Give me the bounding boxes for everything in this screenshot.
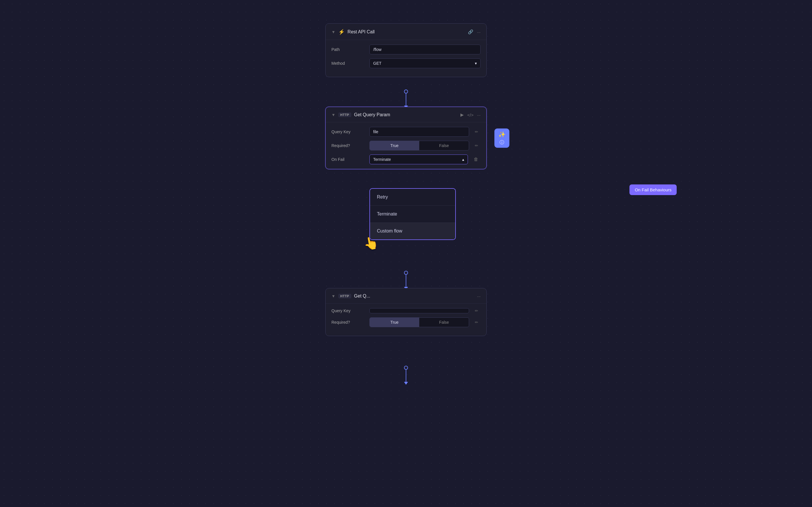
get-query-node: ✨ ⓘ ▼ HTTP Get Query Param ▶ </> ··· Que…: [325, 107, 487, 169]
dropdown-item-custom-flow[interactable]: Custom flow: [370, 223, 455, 239]
required-row: Required? True False ✏: [332, 141, 480, 151]
connector-line-2: [406, 275, 406, 287]
required-label: Required?: [332, 143, 366, 148]
connector-dot-2: [404, 271, 408, 275]
delete-icon[interactable]: 🗑: [471, 157, 480, 162]
dropdown-item-terminate[interactable]: Terminate: [370, 206, 455, 223]
required-false-btn-2[interactable]: False: [419, 318, 469, 327]
rest-api-node: ▼ ⚡ Rest API Call 🔗 ··· Path /flow Metho…: [325, 23, 487, 77]
more-icon-2[interactable]: ···: [477, 113, 480, 117]
get-query-node-2: ▼ HTTP Get Q... ··· Query Key ✏ Required…: [325, 288, 487, 336]
connector-line-3: [406, 370, 406, 382]
query-key-input[interactable]: file: [369, 127, 469, 137]
play-icon[interactable]: ▶: [460, 112, 464, 117]
collapse-btn-3[interactable]: ▼: [332, 294, 336, 298]
required-false-btn[interactable]: False: [419, 141, 469, 150]
connector-dot-1: [404, 90, 408, 94]
path-label: Path: [332, 47, 366, 52]
required-true-btn[interactable]: True: [370, 141, 419, 150]
side-panel[interactable]: ✨ ⓘ: [494, 128, 509, 148]
get-query-header: ▼ HTTP Get Query Param ▶ </> ···: [326, 107, 486, 122]
query-key-label: Query Key: [332, 129, 366, 134]
on-fail-dropdown-menu: Retry Terminate Custom flow: [369, 188, 456, 240]
query-key-edit-icon[interactable]: ✏: [472, 129, 480, 134]
method-row: Method GET ▾: [332, 58, 480, 68]
get-query-body-2: Query Key ✏ Required? True False ✏: [326, 303, 486, 336]
chevron-down-icon: ▾: [475, 61, 477, 66]
connector-2: [404, 271, 408, 290]
on-fail-behaviours-tooltip: On Fail Behaviours: [629, 184, 677, 195]
required-row-2: Required? True False ✏: [332, 318, 480, 327]
on-fail-label: On Fail: [332, 157, 366, 162]
query-key-edit-icon-2[interactable]: ✏: [472, 308, 480, 313]
lightning-icon: ⚡: [338, 29, 345, 35]
http-badge: HTTP: [338, 113, 351, 117]
get-query-actions: ▶ </> ···: [460, 112, 480, 117]
path-input[interactable]: /flow: [369, 45, 480, 54]
collapse-btn-2[interactable]: ▼: [332, 113, 336, 117]
chevron-up-icon: ▴: [462, 157, 464, 162]
collapse-btn[interactable]: ▼: [332, 30, 336, 34]
dropdown-item-retry[interactable]: Retry: [370, 189, 455, 206]
required-true-btn-2[interactable]: True: [370, 318, 419, 327]
rest-api-title: Rest API Call: [348, 30, 465, 35]
code-icon[interactable]: </>: [467, 113, 474, 117]
path-row: Path /flow: [332, 45, 480, 54]
rest-api-body: Path /flow Method GET ▾: [326, 40, 486, 77]
get-query-header-2: ▼ HTTP Get Q... ···: [326, 288, 486, 303]
connector-arrowhead-3: [404, 382, 408, 385]
required-toggle: True False: [369, 141, 469, 151]
method-dropdown[interactable]: GET ▾: [369, 58, 480, 68]
get-query-body: Query Key file ✏ Required? True False ✏ …: [326, 122, 486, 169]
connector-3: [404, 366, 408, 385]
required-toggle-2: True False: [369, 318, 469, 327]
query-key-input-2[interactable]: [369, 308, 469, 313]
query-key-label-2: Query Key: [332, 308, 366, 313]
on-fail-row: On Fail Terminate ▴ 🗑: [332, 155, 480, 164]
get-query-title: Get Query Param: [354, 112, 458, 117]
required-edit-icon[interactable]: ✏: [472, 143, 480, 148]
connector-1: [404, 90, 408, 109]
query-key-row: Query Key file ✏: [332, 127, 480, 137]
http-badge-2: HTTP: [338, 294, 351, 298]
more-icon[interactable]: ···: [477, 30, 480, 35]
get-query-title-2: Get Q...: [354, 293, 474, 299]
required-label-2: Required?: [332, 320, 366, 325]
info-icon: ⓘ: [500, 139, 504, 145]
node-actions: 🔗 ···: [468, 30, 480, 35]
wand-icon: ✨: [498, 131, 506, 137]
required-edit-icon-2[interactable]: ✏: [472, 320, 480, 325]
link-icon[interactable]: 🔗: [468, 30, 473, 35]
connector-line-1: [406, 94, 406, 106]
rest-api-header: ▼ ⚡ Rest API Call 🔗 ···: [326, 23, 486, 40]
more-icon-3[interactable]: ···: [477, 294, 480, 299]
on-fail-dropdown[interactable]: Terminate ▴: [369, 155, 468, 164]
connector-dot-3: [404, 366, 408, 370]
get-query-actions-2: ···: [477, 294, 480, 299]
method-label: Method: [332, 61, 366, 66]
query-key-row-2: Query Key ✏: [332, 308, 480, 313]
